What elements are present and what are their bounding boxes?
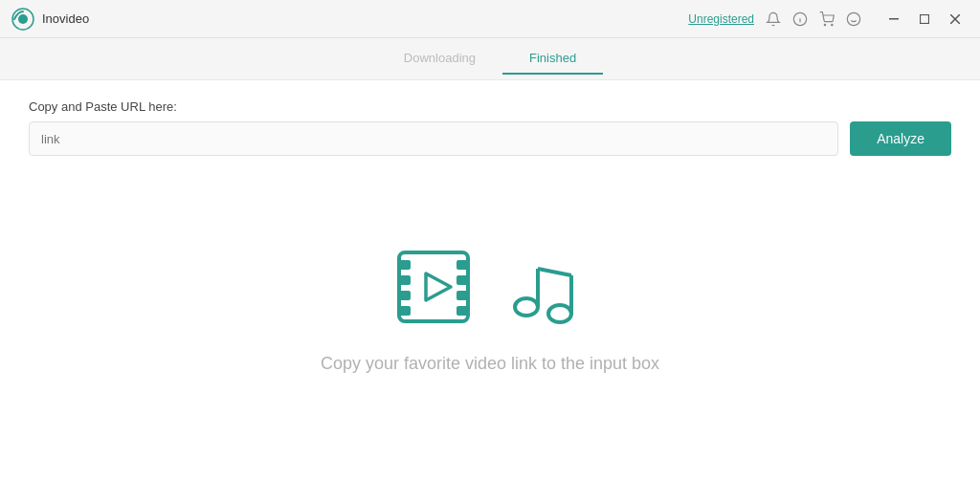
music-icon bbox=[502, 245, 589, 331]
svg-marker-23 bbox=[426, 273, 451, 300]
unregistered-link[interactable]: Unregistered bbox=[688, 12, 754, 26]
app-logo-icon bbox=[11, 8, 34, 31]
main-content: Copy and Paste URL here: Analyze bbox=[0, 80, 980, 481]
svg-rect-17 bbox=[399, 291, 411, 300]
close-button[interactable] bbox=[942, 6, 969, 33]
svg-rect-18 bbox=[399, 306, 411, 316]
svg-rect-21 bbox=[457, 291, 468, 300]
svg-point-1 bbox=[18, 14, 28, 24]
analyze-button[interactable]: Analyze bbox=[850, 121, 951, 156]
url-input-row: Analyze bbox=[29, 121, 951, 156]
bell-icon[interactable] bbox=[766, 11, 781, 27]
url-section: Copy and Paste URL here: Analyze bbox=[29, 99, 951, 156]
empty-state: Copy your favorite video link to the inp… bbox=[29, 156, 951, 462]
url-label: Copy and Paste URL here: bbox=[29, 99, 951, 114]
app-title: Inovideo bbox=[42, 11, 89, 26]
window-controls bbox=[880, 6, 969, 33]
film-icon bbox=[391, 245, 487, 331]
title-bar-left: Inovideo bbox=[11, 8, 89, 31]
svg-rect-22 bbox=[457, 306, 468, 316]
svg-rect-20 bbox=[457, 275, 468, 285]
tab-downloading[interactable]: Downloading bbox=[377, 43, 502, 75]
svg-line-28 bbox=[538, 269, 571, 275]
maximize-button[interactable] bbox=[911, 6, 938, 33]
url-input[interactable] bbox=[29, 121, 838, 156]
empty-state-text: Copy your favorite video link to the inp… bbox=[321, 354, 659, 374]
svg-point-7 bbox=[847, 12, 859, 25]
svg-rect-11 bbox=[921, 14, 929, 23]
minimize-button[interactable] bbox=[880, 6, 907, 33]
svg-rect-16 bbox=[399, 275, 411, 285]
title-bar: Inovideo Unregistered bbox=[0, 0, 980, 38]
svg-point-5 bbox=[824, 24, 825, 25]
tab-finished[interactable]: Finished bbox=[502, 43, 603, 75]
title-bar-right: Unregistered bbox=[688, 6, 969, 33]
svg-point-24 bbox=[515, 298, 538, 316]
empty-state-icons bbox=[391, 245, 589, 331]
face-icon[interactable] bbox=[846, 11, 861, 27]
info-icon[interactable] bbox=[792, 11, 808, 27]
tabs-bar: Downloading Finished bbox=[0, 38, 980, 80]
svg-rect-15 bbox=[399, 260, 411, 270]
svg-rect-19 bbox=[457, 260, 468, 270]
svg-point-6 bbox=[832, 24, 833, 25]
svg-rect-10 bbox=[889, 18, 899, 20]
svg-point-26 bbox=[548, 305, 571, 322]
cart-icon[interactable] bbox=[819, 11, 835, 27]
